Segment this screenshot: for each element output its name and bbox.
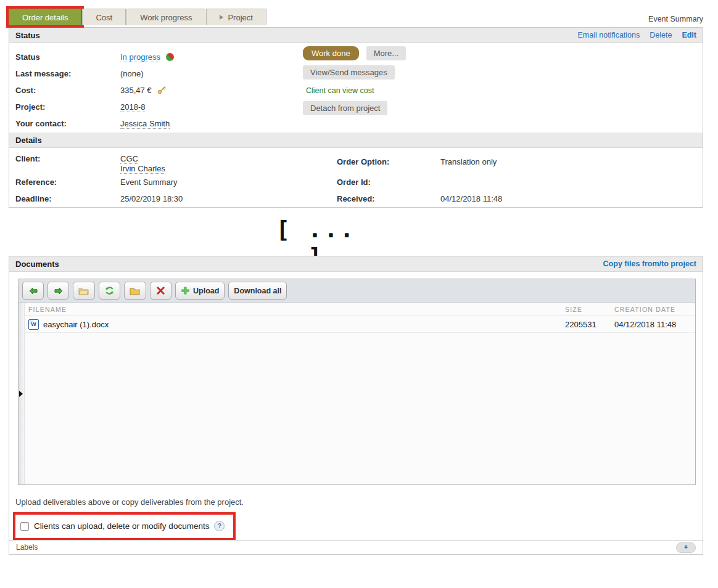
forward-button[interactable] [47,282,69,300]
upload-deliverables-note: Upload deliverables above or copy delive… [15,497,244,507]
client-label: Client: [15,154,120,163]
edit-link[interactable]: Edit [682,31,696,39]
tab-cost-label: Cost [96,9,112,26]
documents-section-title: Documents [15,259,59,269]
new-folder-button[interactable] [124,282,146,300]
copy-files-link[interactable]: Copy files from/to project [603,259,696,268]
collapse-handle-icon[interactable] [19,391,23,397]
last-message-label: Last message: [15,69,120,78]
status-pie-icon [166,53,174,61]
order-option-row: Order Option: Translation only [337,156,502,173]
deadline-label: Deadline: [15,194,120,203]
cost-value: 335,47 € [120,86,152,95]
details-fields: Client: CGC Irvin Charles Reference: Eve… [9,148,703,210]
order-id-row: Order Id: [337,176,502,193]
project-value-link[interactable]: 2018-8 [120,102,145,112]
order-reference-title: Event Summary [648,15,703,23]
client-contact-link[interactable]: Irvin Charles [120,164,165,174]
file-creation-date: 04/12/2018 11:48 [614,320,694,329]
your-contact-label: Your contact: [15,119,120,128]
refresh-icon [104,285,115,296]
clients-upload-checkbox-label: Clients can upload, delete or modify doc… [34,521,209,531]
upload-button-label: Upload [193,287,219,295]
cost-label: Cost: [15,86,120,95]
status-label: Status [15,52,120,62]
file-toolbar: Upload Download all [19,279,695,303]
tab-work-progress-label: Work progress [140,9,192,26]
order-option-label: Order Option: [337,157,440,166]
status-section-title: Status [15,31,40,40]
refresh-button[interactable] [99,282,120,300]
status-fields: Status In progress Last message: (none) … [9,43,703,133]
tab-bar: Order details Cost Work progress Project [9,9,267,25]
labels-title: Labels [16,543,38,552]
file-panel-gutter [19,303,25,484]
status-section-header: Status Email notifications Delete Edit [9,28,703,43]
details-section-header: Details [9,133,703,148]
reference-value: Event Summary [120,178,177,187]
tab-cost[interactable]: Cost [82,9,126,25]
tab-order-details[interactable]: Order details [9,9,81,25]
chevron-right-icon [220,15,223,20]
new-folder-icon [130,286,141,296]
more-button[interactable]: More... [366,46,406,60]
detach-from-project-button[interactable]: Detach from project [303,101,387,115]
client-row: Client: CGC Irvin Charles [15,153,337,174]
key-icon [157,86,167,95]
received-value: 04/12/2018 11:48 [440,194,502,203]
delete-file-button[interactable] [150,282,171,300]
received-label: Received: [337,194,440,203]
work-done-button[interactable]: Work done [303,46,359,60]
deadline-row: Deadline: 25/02/2019 18:30 [15,193,337,210]
forward-arrow-icon [54,286,64,296]
labels-row: Labels + [9,540,703,554]
back-arrow-icon [28,286,38,296]
column-creation-date[interactable]: CREATION DATE [614,306,694,313]
documents-section-header: Documents Copy files from/to project [9,256,703,272]
file-name: easychair (1).docx [43,320,109,329]
received-row: Received: 04/12/2018 11:48 [337,193,502,210]
reference-row: Reference: Event Summary [15,176,337,193]
open-folder-icon [78,286,89,296]
deadline-value: 25/02/2019 18:30 [120,194,183,203]
back-button[interactable] [22,282,44,300]
status-value-link[interactable]: In progress [120,52,160,62]
delete-x-icon [156,286,165,295]
delete-link[interactable]: Delete [650,31,672,39]
tab-project[interactable]: Project [206,9,266,25]
file-list: FILENAME SIZE CREATION DATE W easychair … [25,303,695,333]
client-company-link[interactable]: CGC [120,154,138,164]
order-id-label: Order Id: [337,178,440,187]
status-actions: Work done More... View/Send messages Cli… [303,46,406,120]
file-manager: Upload Download all FILENAME SIZE CREATI… [18,279,696,485]
download-all-button[interactable]: Download all [228,282,287,300]
reference-label: Reference: [15,178,120,187]
tab-project-label: Project [228,9,252,26]
column-filename[interactable]: FILENAME [26,306,565,313]
help-icon[interactable]: ? [214,521,225,531]
word-doc-icon: W [28,319,39,330]
documents-panel: Documents Copy files from/to project [9,256,703,555]
tab-order-details-label: Order details [22,9,68,26]
tab-work-progress[interactable]: Work progress [126,9,205,25]
clients-upload-checkbox[interactable] [20,522,29,531]
file-size: 2205531 [565,320,614,329]
order-details-panel: Status Email notifications Delete Edit S… [9,27,703,208]
open-folder-button[interactable] [73,282,95,300]
view-send-messages-button[interactable]: View/Send messages [303,65,395,80]
upload-plus-icon [181,286,190,295]
details-section-title: Details [15,136,42,145]
last-message-value: (none) [120,69,144,78]
client-can-view-cost-text: Client can view cost [303,86,406,95]
email-notifications-link[interactable]: Email notifications [578,31,640,39]
file-table-header: FILENAME SIZE CREATION DATE [25,303,695,316]
table-row[interactable]: W easychair (1).docx 2205531 04/12/2018 … [25,316,695,333]
download-all-label: Download all [234,287,281,295]
upload-button[interactable]: Upload [175,282,225,300]
clients-upload-annotation-box: Clients can upload, delete or modify doc… [13,512,236,541]
add-label-button[interactable]: + [676,542,696,553]
column-size[interactable]: SIZE [565,306,614,313]
your-contact-value[interactable]: Jessica Smith [120,119,170,129]
order-option-value: Translation only [440,157,497,166]
project-label: Project: [15,102,120,112]
